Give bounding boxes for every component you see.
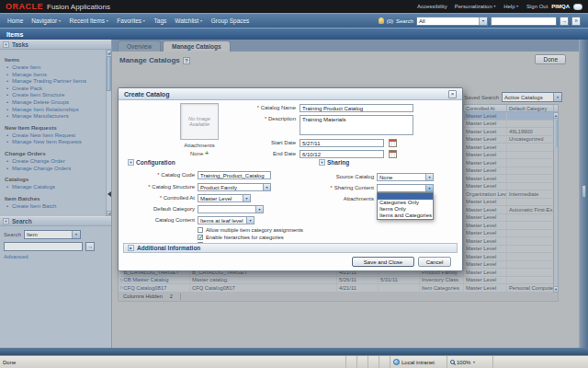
task-item[interactable]: Manage Catalogs	[5, 184, 102, 191]
task-item[interactable]: Manage New Item Requests	[5, 139, 102, 146]
scroll-down-icon[interactable]: ▼	[554, 286, 558, 292]
cell-default-category	[507, 159, 554, 167]
end-date-input[interactable]	[300, 150, 384, 158]
nav-menu-item[interactable]: Group Spaces	[211, 17, 250, 24]
calendar-icon[interactable]	[389, 150, 397, 158]
scroll-thumb[interactable]	[554, 120, 558, 147]
top-link[interactable]: Help	[503, 4, 519, 9]
dropdown-option[interactable]: Items and Categories	[378, 213, 433, 219]
task-item[interactable]: Create Item Batch	[5, 203, 102, 211]
top-link[interactable]: Personalization	[455, 4, 496, 9]
catalog-code-input[interactable]	[198, 171, 271, 179]
dropdown-option[interactable]: Categories Only	[378, 200, 433, 206]
save-and-close-button[interactable]: Save and Close	[352, 257, 414, 267]
calendar-icon[interactable]	[389, 139, 397, 147]
checkbox[interactable]	[198, 235, 203, 240]
chevron-down-icon: ▼	[263, 184, 270, 190]
catalog-name-input[interactable]	[300, 104, 413, 112]
checkbox-row[interactable]: Allow multiple item category assignments	[198, 227, 308, 233]
cell-controlled-at: Master Level	[464, 128, 507, 135]
tab[interactable]: Manage Catalogs	[163, 40, 230, 52]
cell-default-category	[507, 199, 554, 206]
task-item[interactable]: Create Item	[5, 64, 102, 72]
collapse-icon[interactable]: ▼	[3, 41, 9, 48]
sharing-section-header[interactable]: ▼ Sharing	[319, 159, 349, 166]
sidebar-search-go-icon[interactable]: →	[85, 242, 95, 251]
column-header[interactable]: Controlled At	[464, 105, 507, 111]
collapse-icon[interactable]: ▼	[128, 159, 134, 166]
nav-menu-item[interactable]: Navigator	[31, 17, 61, 24]
splitter-handle[interactable]	[582, 185, 586, 198]
top-link[interactable]: Sign Out	[526, 4, 548, 9]
done-button[interactable]: Done	[535, 54, 566, 64]
scroll-up-icon[interactable]: ▲	[107, 50, 111, 55]
description-input[interactable]: Training Materials	[300, 115, 413, 135]
search-scope-select[interactable]: Item ▼	[24, 230, 81, 239]
sidebar-search-input[interactable]	[4, 242, 83, 251]
cell-default-category	[507, 277, 554, 284]
dropdown-option[interactable]: Items Only	[378, 206, 433, 213]
tab[interactable]: Overview	[118, 40, 161, 52]
nav-menu-item[interactable]: Recent Items	[70, 17, 109, 24]
advanced-search-link[interactable]: Advanced	[4, 254, 107, 259]
nav-search-go-icon[interactable]: →	[560, 17, 569, 26]
configuration-section-header[interactable]: ▼ Configuration	[128, 159, 175, 166]
cell-default-category	[507, 167, 554, 175]
checkbox-row[interactable]: Enable hierarchies for categories	[198, 235, 308, 240]
task-item[interactable]: Create Change Order	[5, 158, 102, 166]
cancel-button[interactable]: Cancel	[418, 257, 451, 267]
cell-default-category	[507, 237, 554, 245]
task-item[interactable]: Manage Change Orders	[5, 166, 102, 173]
dropdown-option-blank[interactable]	[378, 193, 433, 200]
catalog-content-select[interactable]: Items at leaf level ▼	[198, 216, 254, 224]
expand-icon[interactable]: ▶	[128, 245, 134, 251]
catalog-structure-select[interactable]: Product Family ▼	[198, 183, 271, 191]
sidebar-splitter-handle[interactable]	[107, 191, 111, 197]
table-row[interactable]: CFQ Catalog0817 CFQ Catalog0817 4/21/11 …	[119, 284, 554, 293]
task-item[interactable]: Create New Item Request	[5, 132, 102, 140]
cell-default-category	[507, 253, 554, 260]
table-scrollbar[interactable]: ▲ ▼	[553, 112, 559, 293]
table-row[interactable]: CB Master Catalog Master catalog. 5/26/1…	[119, 277, 554, 285]
task-item[interactable]: Create Item Structure	[5, 92, 102, 99]
tasks-panel-header[interactable]: ▼ Tasks	[0, 40, 111, 50]
sharing-content-select[interactable]: ▼	[377, 184, 434, 192]
task-item[interactable]: Manage Item Relationships	[5, 107, 102, 114]
nav-menu-item[interactable]: Favorites	[117, 17, 145, 24]
notifications-bell-icon[interactable]	[379, 17, 384, 24]
nav-menu-item[interactable]: Tags	[154, 17, 167, 24]
search-panel-header[interactable]: ▼ Search	[0, 216, 111, 226]
nav-search-input[interactable]	[491, 17, 557, 26]
collapse-icon[interactable]: ▼	[319, 159, 325, 166]
collapse-icon[interactable]: ▼	[3, 218, 9, 224]
close-icon[interactable]: ×	[448, 90, 457, 98]
default-category-select[interactable]: ▼	[198, 205, 264, 213]
additional-information-header[interactable]: ▶ Additional Information	[123, 243, 458, 253]
chat-icon[interactable]	[573, 4, 582, 10]
help-icon[interactable]: ?	[183, 57, 190, 64]
task-item[interactable]: Create Pack	[5, 86, 102, 93]
checkbox[interactable]	[198, 227, 203, 233]
cell-controlled-at: Master Level	[464, 112, 507, 120]
saved-search-select[interactable]: Active Catalogs ▼	[502, 92, 562, 102]
source-catalog-select[interactable]: None ▼	[377, 173, 434, 181]
nav-search-scope-select[interactable]: All ▼	[416, 17, 488, 26]
add-attachment-icon[interactable]: +	[205, 150, 209, 156]
nav-advanced-search-icon[interactable]: »	[571, 17, 581, 26]
task-item[interactable]: Manage Trading Partner Items	[5, 78, 102, 86]
nav-menu-item[interactable]: Home	[7, 17, 23, 24]
zoom-control[interactable]: 100% ▼	[447, 356, 492, 368]
start-date-input[interactable]	[300, 139, 384, 147]
top-link[interactable]: Accessibility	[417, 4, 447, 9]
right-panel-splitter[interactable]	[579, 40, 588, 348]
controlled-at-select[interactable]: Master Level ▼	[198, 194, 251, 202]
nav-menu-item[interactable]: Watchlist	[175, 17, 203, 24]
catalog-name-label: Catalog Name	[215, 104, 296, 112]
task-item[interactable]: Manage Manufacturers	[5, 113, 102, 121]
task-item: New Item Requests	[5, 124, 102, 131]
scroll-up-icon[interactable]: ▲	[554, 113, 558, 119]
task-item[interactable]: Manage Delete Groups	[5, 99, 102, 107]
task-item[interactable]: Manage Items	[5, 72, 102, 79]
column-header[interactable]: Default Category	[507, 105, 554, 111]
scroll-thumb[interactable]	[107, 56, 111, 91]
